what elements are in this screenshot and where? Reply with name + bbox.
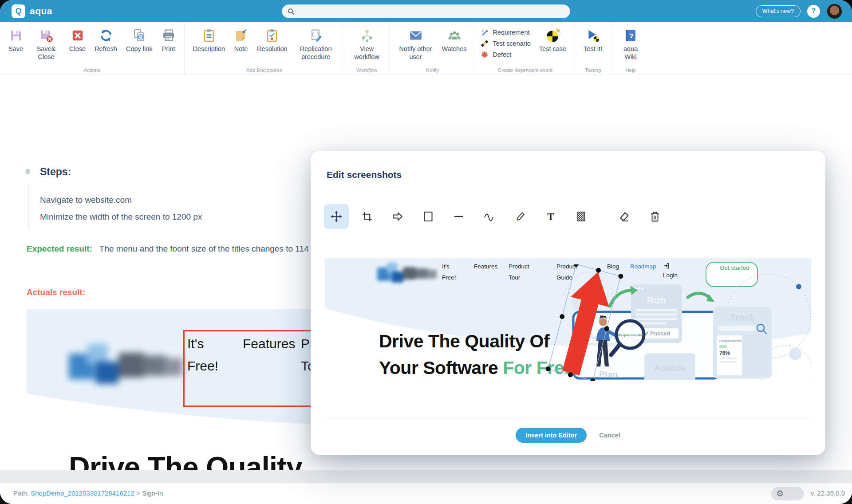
ribbon-toolbar: Save Save& Close Close Refresh Copy link — [0, 22, 852, 75]
line-tool-button[interactable] — [446, 204, 471, 229]
aqua-logo-text: aqua — [30, 6, 52, 16]
test-scenario-icon — [481, 39, 489, 47]
settings-toggle[interactable]: ⚙ — [771, 487, 804, 500]
defect-label: Defect — [493, 51, 511, 58]
marker-tool-button[interactable] — [508, 204, 532, 229]
crop-tool-button[interactable] — [355, 204, 379, 229]
notify-other-user-label: Notify other user — [398, 45, 433, 61]
close-button[interactable]: Close — [66, 27, 89, 53]
defect-button[interactable]: Defect — [481, 51, 530, 59]
ribbon-group-label-actions: Actions — [0, 67, 184, 73]
refresh-icon — [99, 27, 113, 44]
rectangle-icon — [422, 211, 434, 222]
replication-procedure-label: Replication precedure — [296, 45, 335, 61]
pixelate-icon — [576, 211, 587, 222]
ribbon-group-label-notify: Notify — [390, 67, 475, 73]
ribbon-group-testing: Test it! Testing — [575, 22, 611, 74]
delete-tool-button[interactable] — [643, 204, 667, 229]
rectangle-tool-button[interactable] — [416, 204, 441, 229]
test-case-button[interactable]: Test case — [536, 27, 569, 53]
ribbon-group-label-create-dependent-event: Create dependent event — [475, 67, 575, 73]
insert-into-editor-button[interactable]: Insert into Editor — [516, 428, 587, 443]
user-avatar[interactable] — [827, 4, 842, 19]
aqua-logo: Q aqua — [12, 4, 52, 18]
top-bar-right: What's new? ? — [756, 0, 842, 22]
trash-icon — [649, 211, 661, 222]
site-headline-line2-black: Your Software — [379, 358, 503, 378]
edit-screenshots-modal: Edit screenshots T — [311, 151, 825, 455]
ribbon-group-label-add-enclosures: Add Enclosures — [185, 67, 344, 73]
blurred-site-logo — [69, 344, 184, 388]
copy-link-label: Copy link — [126, 45, 153, 53]
path-project-link[interactable]: ShopDemo_202203301728416212 — [31, 489, 134, 497]
dependent-event-stack: Requirement Test scenario Defect — [481, 27, 530, 59]
watches-button[interactable]: Watches — [439, 27, 470, 53]
description-icon — [202, 27, 216, 44]
expected-result-value: The menu and the foont size of the title… — [99, 244, 320, 253]
defect-icon — [481, 51, 489, 59]
search-input[interactable] — [298, 8, 564, 15]
svg-text:{ }: { } — [312, 32, 320, 37]
app-version: v. 22.35.0.0 — [811, 489, 845, 497]
curve-icon — [484, 211, 495, 222]
status-bar: Path: ShopDemo_202203301728416212 > Sign… — [0, 483, 852, 504]
replication-procedure-button[interactable]: { } Replication precedure — [293, 27, 339, 61]
site-nav-features: Features — [243, 333, 295, 355]
whats-new-button[interactable]: What's new? — [756, 5, 801, 17]
site-nav-features: Features — [474, 261, 497, 272]
help-button[interactable]: ? — [807, 5, 820, 18]
test-scenario-button[interactable]: Test scenario — [481, 39, 530, 47]
aqua-wiki-button[interactable]: ? aqua Wiki — [616, 27, 645, 61]
top-bar: Q aqua What's new? ? — [0, 0, 852, 22]
view-workflow-icon — [359, 27, 375, 44]
print-button[interactable]: Print — [158, 27, 179, 53]
actual-result-label: Actuals result: — [27, 287, 85, 297]
note-button[interactable]: Note — [231, 27, 251, 53]
red-arrow-annotation[interactable] — [533, 264, 635, 381]
step-item: Minimize the width of the screen to 1200… — [40, 212, 202, 222]
save-and-close-button[interactable]: Save& Close — [29, 27, 63, 61]
ribbon-group-label-testing: Testing — [575, 67, 611, 73]
close-icon — [71, 27, 84, 44]
ribbon-group-add-enclosures: Description Note Resolution { } Replicat… — [185, 22, 344, 74]
test-it-button[interactable]: Test it! — [580, 27, 605, 53]
step-item: Navigate to website.com — [40, 195, 132, 205]
save-button[interactable]: Save — [5, 27, 26, 53]
copy-link-button[interactable]: Copy link — [123, 27, 156, 53]
app-window: Q aqua What's new? ? Save Save& Close — [0, 0, 852, 504]
note-label: Note — [234, 45, 248, 53]
notify-other-user-button[interactable]: Notify other user — [395, 27, 436, 61]
curve-tool-button[interactable] — [477, 204, 502, 229]
copy-link-icon — [132, 27, 146, 44]
modal-divider — [326, 418, 810, 418]
global-search — [282, 4, 570, 18]
refresh-button[interactable]: Refresh — [91, 27, 120, 53]
login-icon — [663, 263, 670, 269]
requirement-button[interactable]: Requirement — [481, 28, 530, 36]
save-label: Save — [8, 45, 23, 53]
modal-actions: Insert into Editor Cancel — [311, 428, 825, 443]
ribbon-group-actions: Save Save& Close Close Refresh Copy link — [0, 22, 185, 74]
description-button[interactable]: Description — [190, 27, 229, 53]
screenshot-canvas[interactable]: It's Free! Features Product Tour Product… — [325, 258, 811, 381]
line-icon — [453, 211, 465, 222]
pixelate-tool-button[interactable] — [569, 204, 594, 229]
illustration-passed-label: Passed — [650, 330, 671, 337]
replication-procedure-icon: { } — [309, 27, 323, 44]
eraser-tool-button[interactable] — [612, 204, 637, 229]
resolution-button[interactable]: Resolution — [254, 27, 291, 53]
requirement-label: Requirement — [493, 29, 529, 36]
test-it-label: Test it! — [584, 45, 602, 53]
test-it-icon — [585, 27, 600, 44]
watches-label: Watches — [442, 45, 467, 53]
move-tool-button[interactable] — [324, 204, 349, 229]
close-label: Close — [69, 45, 86, 53]
arrow-tool-button[interactable] — [385, 204, 410, 229]
expected-result-row: Expected result:The menu and the foont s… — [27, 244, 320, 254]
notify-other-user-icon — [408, 27, 423, 44]
text-tool-button[interactable]: T — [538, 204, 563, 229]
cancel-button[interactable]: Cancel — [599, 432, 620, 439]
svg-text:?: ? — [629, 32, 633, 39]
view-workflow-button[interactable]: View workflow — [350, 27, 384, 61]
section-line — [28, 185, 29, 229]
